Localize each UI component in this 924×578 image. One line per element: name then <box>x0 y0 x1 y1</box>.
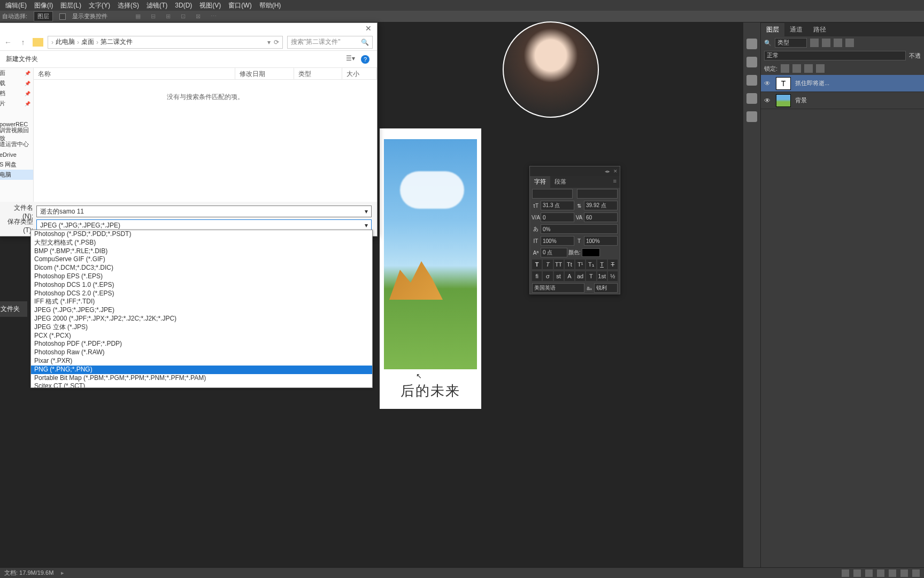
status-arrow-icon[interactable]: ▸ <box>61 569 64 576</box>
filetype-option[interactable]: PNG (*.PNG;*.PNG) <box>31 366 372 374</box>
lock-position-icon[interactable] <box>792 64 801 73</box>
scale-field[interactable]: 0% <box>541 224 618 234</box>
filter-pixel-icon[interactable] <box>810 39 819 47</box>
layer-name[interactable]: 抓住即将逝... <box>795 79 829 87</box>
filetype-option[interactable]: Photoshop PDF (*.PDF;*.PDP) <box>31 340 372 348</box>
status-icon-adj[interactable] <box>877 569 884 577</box>
status-icon-group[interactable] <box>889 569 896 577</box>
nav-back-button[interactable]: ← <box>3 37 13 48</box>
blend-mode-select[interactable]: 正常 <box>764 51 906 60</box>
underline-button[interactable]: T <box>597 260 607 269</box>
menu-image[interactable]: 图像(I) <box>31 0 56 11</box>
smallcaps-button[interactable]: Tt <box>565 260 574 269</box>
aalt-button[interactable]: A <box>565 271 574 281</box>
language-select[interactable]: 美国英语 <box>532 283 584 293</box>
panel-close-icon[interactable]: ✕ <box>613 169 618 174</box>
col-name[interactable]: 名称 <box>34 68 235 79</box>
leading-field[interactable]: 39.92 点 <box>584 201 618 210</box>
crumb-dropdown-icon[interactable]: ▾ <box>267 39 271 46</box>
menu-view[interactable]: 视图(V) <box>196 0 224 11</box>
t1-button[interactable]: T <box>586 271 596 281</box>
filetype-option[interactable]: BMP (*.BMP;*.RLE;*.DIB) <box>31 247 372 256</box>
filetype-option[interactable]: Photoshop EPS (*.EPS) <box>31 272 372 281</box>
half-button[interactable]: ½ <box>608 271 618 281</box>
new-folder-button[interactable]: 新建文件夹 <box>6 55 38 64</box>
filetype-option[interactable]: Portable Bit Map (*.PBM;*.PGM;*.PPM;*.PN… <box>31 374 372 383</box>
sidebar-item[interactable] <box>0 109 33 119</box>
font-size-field[interactable]: 31.3 点 <box>541 201 574 210</box>
file-list-columns[interactable]: 名称 修改日期 类型 大小 <box>34 68 377 80</box>
crumb-pc[interactable]: 此电脑 <box>56 37 75 47</box>
tab-character[interactable]: 字符 <box>530 176 550 188</box>
help-button[interactable]: ? <box>361 55 369 64</box>
show-transform-checkbox[interactable] <box>59 13 66 20</box>
filetype-option[interactable]: JPEG 立体 (*.JPS) <box>31 323 372 332</box>
refresh-icon[interactable]: ⟳ <box>274 39 279 46</box>
filetype-option[interactable]: CompuServe GIF (*.GIF) <box>31 255 372 264</box>
view-mode-button[interactable]: ☰▾ <box>346 55 356 64</box>
filetype-option[interactable]: Photoshop DCS 1.0 (*.EPS) <box>31 281 372 290</box>
menu-window[interactable]: 窗口(W) <box>225 0 255 11</box>
tab-paths[interactable]: 路径 <box>808 23 831 36</box>
menu-text[interactable]: 文字(Y) <box>86 0 113 11</box>
bold-button[interactable]: T <box>532 260 542 269</box>
subscript-button[interactable]: T₁ <box>586 260 596 269</box>
filter-kind-select[interactable]: 类型 <box>775 38 807 48</box>
italic-button[interactable]: T <box>543 260 552 269</box>
panel-icon-2[interactable] <box>746 57 757 67</box>
filetype-option[interactable]: Photoshop (*.PSD;*.PDD;*.PSDT) <box>31 230 372 239</box>
panel-icon-1[interactable] <box>746 39 757 49</box>
filter-shape-icon[interactable] <box>845 39 854 47</box>
fi-button[interactable]: fi <box>532 271 542 281</box>
lock-pixels-icon[interactable] <box>781 64 789 73</box>
layer-name[interactable]: 背景 <box>795 96 807 104</box>
baseline-field[interactable]: 0 点 <box>541 248 567 257</box>
font-style-select[interactable] <box>577 189 618 199</box>
filter-adj-icon[interactable] <box>822 39 830 47</box>
filetype-option[interactable]: IFF 格式 (*.IFF;*.TDI) <box>31 298 372 306</box>
lock-all-icon[interactable] <box>816 64 825 73</box>
tab-layers[interactable]: 图层 <box>761 23 784 36</box>
sidebar-item[interactable]: 面📌 <box>0 68 33 78</box>
tracking-field[interactable]: 60 <box>584 212 618 222</box>
kerning-field[interactable]: 0 <box>541 212 574 222</box>
menu-layer[interactable]: 图层(L) <box>57 0 84 11</box>
filetype-option[interactable]: JPEG 2000 (*.JPF;*.JPX;*.JP2;*.J2C;*.J2K… <box>31 315 372 323</box>
status-icon-link[interactable] <box>842 569 849 577</box>
sigma-button[interactable]: σ <box>543 271 552 281</box>
status-icon-new[interactable] <box>900 569 908 577</box>
col-size[interactable]: 大小 <box>342 68 377 79</box>
crumb-folder[interactable]: 第二课文件 <box>101 37 133 47</box>
tab-paragraph[interactable]: 段落 <box>550 176 571 188</box>
hscale-field[interactable]: 100% <box>584 236 618 246</box>
menu-3d[interactable]: 3D(D) <box>172 1 195 10</box>
filter-text-icon[interactable] <box>834 39 842 47</box>
breadcrumb[interactable]: › 此电脑 › 桌面 › 第二课文件 ▾ ⟳ <box>48 36 283 49</box>
hide-folders-button[interactable]: 文件夹 <box>0 301 27 317</box>
menu-select[interactable]: 选择(S) <box>114 0 142 11</box>
filetype-option[interactable]: 大型文档格式 (*.PSB) <box>31 239 372 247</box>
search-input[interactable]: 搜索"第二课文件" 🔍 <box>287 36 373 49</box>
visibility-toggle[interactable] <box>764 97 772 104</box>
filetype-dropdown[interactable]: Photoshop (*.PSD;*.PDD;*.PSDT)大型文档格式 (*.… <box>30 230 373 388</box>
filetype-option[interactable]: Pixar (*.PXR) <box>31 357 372 366</box>
antialiasing-select[interactable]: 锐利 <box>594 283 618 293</box>
allcaps-button[interactable]: TT <box>554 260 564 269</box>
sidebar-item[interactable]: 档📌 <box>0 88 33 98</box>
crumb-desktop[interactable]: 桌面 <box>81 37 94 47</box>
sidebar-item[interactable]: 训营视频回放 <box>0 129 33 139</box>
document-canvas[interactable]: 后的未来 <box>380 128 481 409</box>
sidebar-item[interactable]: S 网盘 <box>0 159 33 170</box>
autoselect-target[interactable]: 图层 <box>34 11 53 21</box>
filetype-option[interactable]: Scitex CT (*.SCT) <box>31 382 372 388</box>
character-panel[interactable]: ◂▸✕ 字符 段落 ≡ τT 31.3 点 ⇅ 39.92 点 V/A 0 VA… <box>529 166 620 294</box>
layer-row-bg[interactable]: 背景 <box>761 92 924 109</box>
panel-icon-4[interactable] <box>746 93 757 104</box>
st-button[interactable]: st <box>554 271 564 281</box>
filename-combo[interactable]: 逝去的samo 11▾ <box>36 206 372 217</box>
1st-button[interactable]: 1st <box>597 271 607 281</box>
col-date[interactable]: 修改日期 <box>235 68 294 79</box>
filetype-option[interactable]: Dicom (*.DCM;*.DC3;*.DIC) <box>31 264 372 272</box>
status-icon-fx[interactable] <box>853 569 861 577</box>
align-icons[interactable]: ▦ ⊟ ⊞ ⊡ ⊠ ⋯ <box>135 13 221 20</box>
